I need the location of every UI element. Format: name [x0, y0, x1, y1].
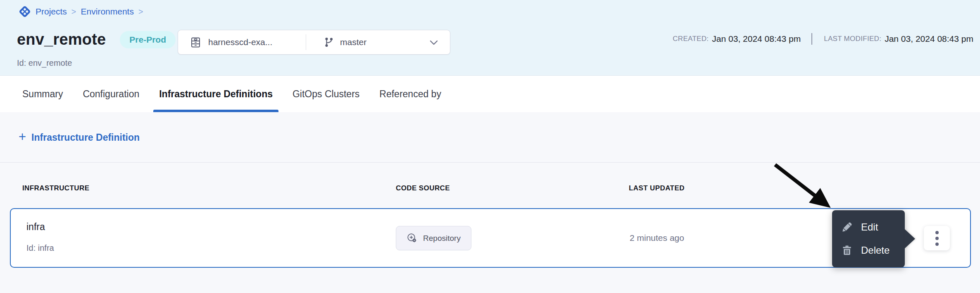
tab-configuration[interactable]: Configuration: [77, 76, 145, 112]
tab-referenced-by[interactable]: Referenced by: [373, 76, 447, 112]
branch-selector[interactable]: master: [306, 37, 366, 48]
repository-icon: [190, 37, 201, 48]
breadcrumb-separator: >: [71, 7, 76, 17]
column-header-infrastructure: INFRASTRUCTURE: [22, 184, 89, 192]
breadcrumb: Projects > Environments >: [19, 5, 143, 18]
projects-icon: [19, 5, 31, 18]
more-options-icon: [935, 237, 939, 240]
breadcrumb-separator: >: [138, 7, 143, 17]
column-header-code-source: CODE SOURCE: [396, 184, 450, 192]
section-divider: [0, 162, 980, 163]
title-row: env_remote Pre-Prod: [17, 31, 176, 48]
branch-name: master: [340, 37, 366, 47]
pencil-icon: [841, 221, 853, 233]
created-label: CREATED:: [673, 35, 709, 43]
more-options-icon: [935, 231, 939, 234]
menu-item-delete[interactable]: Delete: [832, 240, 905, 260]
git-branch-icon: [324, 37, 334, 48]
add-infrastructure-definition-button[interactable]: + Infrastructure Definition: [19, 132, 140, 143]
last-updated-value: 2 minutes ago: [630, 233, 684, 243]
add-button-label: Infrastructure Definition: [31, 132, 140, 143]
meta-divider: [811, 33, 812, 45]
breadcrumb-environments[interactable]: Environments: [81, 7, 134, 17]
repository-selector[interactable]: harnesscd-exa...: [178, 30, 306, 54]
menu-item-edit[interactable]: Edit: [832, 217, 905, 237]
environment-details-page: Projects > Environments > env_remote Pre…: [0, 0, 980, 293]
code-source-icon: [407, 233, 418, 244]
tab-bar: Summary Configuration Infrastructure Def…: [0, 76, 980, 112]
last-modified-value: Jan 03, 2024 08:43 pm: [885, 34, 973, 44]
row-actions-button[interactable]: [924, 226, 950, 250]
menu-item-label: Delete: [861, 245, 890, 256]
environment-id: Id: env_remote: [17, 58, 72, 68]
menu-caret: [904, 229, 915, 249]
menu-item-label: Edit: [861, 221, 878, 233]
repository-name: harnesscd-exa...: [208, 37, 272, 47]
timestamps-meta: CREATED: Jan 03, 2024 08:43 pm LAST MODI…: [673, 33, 973, 45]
tab-gitops-clusters[interactable]: GitOps Clusters: [287, 76, 365, 112]
tab-infrastructure-definitions[interactable]: Infrastructure Definitions: [153, 76, 278, 112]
created-value: Jan 03, 2024 08:43 pm: [712, 34, 801, 44]
last-modified-label: LAST MODIFIED:: [824, 35, 881, 43]
code-source-label: Repository: [423, 234, 461, 243]
git-repo-branch-selector[interactable]: harnesscd-exa... master: [178, 30, 450, 55]
code-source-badge: Repository: [396, 226, 471, 250]
tab-summary[interactable]: Summary: [17, 76, 69, 112]
column-header-last-updated: LAST UPDATED: [629, 184, 685, 192]
plus-icon: +: [19, 130, 26, 143]
more-options-icon: [935, 243, 939, 246]
trash-icon: [841, 245, 853, 256]
row-context-menu: Edit Delete: [832, 210, 905, 267]
table-row[interactable]: infra Id: infra Repository: [10, 208, 971, 268]
page-header: Projects > Environments > env_remote Pre…: [0, 0, 980, 76]
infrastructure-name: infra: [26, 221, 45, 233]
breadcrumb-projects[interactable]: Projects: [36, 7, 67, 17]
infrastructure-id: Id: infra: [26, 243, 54, 253]
tab-content: + Infrastructure Definition INFRASTRUCTU…: [0, 112, 980, 293]
chevron-down-icon[interactable]: [429, 39, 438, 46]
environment-type-badge: Pre-Prod: [120, 31, 176, 48]
page-title: env_remote: [17, 31, 106, 48]
